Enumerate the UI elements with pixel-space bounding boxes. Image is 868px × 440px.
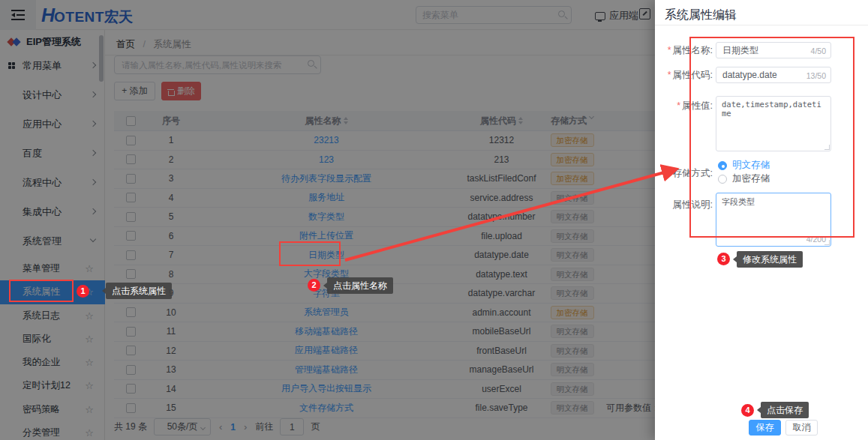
field-label-value: *属性值: bbox=[659, 97, 713, 114]
step-4-label: 点击保存 bbox=[761, 402, 809, 418]
code-counter: 13/50 bbox=[806, 71, 826, 80]
drawer-title: 系统属性编辑 bbox=[665, 7, 737, 23]
step-2-label: 点击属性名称 bbox=[327, 277, 393, 294]
save-button[interactable]: 保存 bbox=[749, 420, 781, 436]
step-1-label: 点击系统属性 bbox=[106, 283, 172, 299]
name-counter: 4/50 bbox=[811, 46, 826, 55]
edit-drawer: 系统属性编辑 *属性名称: 4/50 *属性代码: 13/50 *属性值: da… bbox=[655, 0, 868, 440]
app-window: HOTENT宏天 应用端 EIP管理系统 常用菜单 设计中心 应用中心 bbox=[0, 0, 868, 440]
required-asterisk: * bbox=[668, 70, 671, 80]
step-3-badge: 3 bbox=[717, 253, 730, 265]
radio-unselected-icon bbox=[718, 175, 727, 184]
step-1-badge: 1 bbox=[77, 285, 89, 298]
field-label-desc: 属性说明: bbox=[659, 196, 713, 213]
name-input[interactable] bbox=[722, 43, 801, 57]
desc-counter: 4/200 bbox=[806, 235, 826, 244]
required-asterisk: * bbox=[668, 45, 671, 55]
radio-encrypted[interactable]: 加密存储 bbox=[718, 172, 770, 185]
radio-encrypted-label: 加密存储 bbox=[732, 172, 770, 185]
radio-selected-icon bbox=[718, 161, 727, 170]
value-textarea[interactable]: date,timestamp,datetime bbox=[722, 100, 825, 146]
resize-grip-icon[interactable] bbox=[824, 240, 830, 245]
name-field: 4/50 bbox=[716, 42, 831, 58]
cancel-button[interactable]: 取消 bbox=[785, 420, 818, 436]
dim-overlay[interactable] bbox=[0, 0, 655, 440]
code-input[interactable] bbox=[722, 68, 801, 82]
code-field: 13/50 bbox=[716, 67, 831, 83]
field-label-code: *属性代码: bbox=[659, 67, 713, 83]
field-label-name: *属性名称: bbox=[659, 42, 713, 58]
required-asterisk: * bbox=[677, 100, 680, 111]
drawer-divider bbox=[655, 25, 868, 25]
radio-plaintext[interactable]: 明文存储 bbox=[718, 159, 770, 172]
step-3-label: 修改系统属性 bbox=[737, 251, 803, 268]
radio-plaintext-label: 明文存储 bbox=[732, 159, 770, 172]
step-2-badge: 2 bbox=[308, 279, 320, 292]
resize-grip-icon[interactable] bbox=[824, 145, 830, 150]
field-label-storage: 存储方式: bbox=[659, 165, 713, 181]
desc-field: 字段类型 4/200 bbox=[716, 193, 831, 247]
value-field: date,timestamp,datetime bbox=[716, 96, 831, 151]
step-4-badge: 4 bbox=[741, 404, 754, 417]
